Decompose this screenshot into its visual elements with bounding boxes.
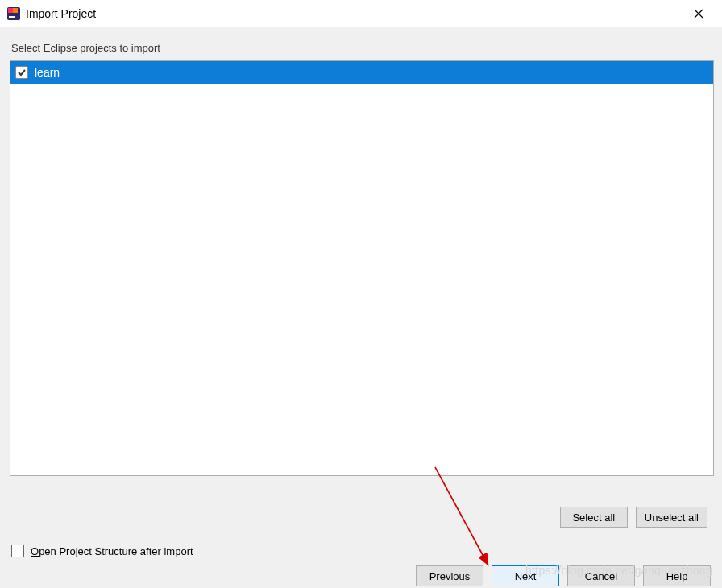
close-button[interactable] — [680, 2, 717, 26]
window-title: Import Project — [26, 7, 96, 20]
unselect-all-button[interactable]: Unselect all — [636, 507, 707, 528]
svg-rect-1 — [8, 8, 13, 13]
close-icon — [694, 9, 703, 19]
open-structure-checkbox[interactable] — [11, 545, 24, 557]
section-label: Select Eclipse projects to import — [11, 42, 165, 54]
section-divider — [165, 48, 714, 48]
titlebar: Import Project — [0, 0, 722, 27]
project-checkbox[interactable] — [15, 66, 28, 79]
section-header: Select Eclipse projects to import — [11, 42, 714, 54]
titlebar-left: Import Project — [6, 6, 96, 21]
select-all-button[interactable]: Select all — [560, 507, 628, 528]
next-button[interactable]: Next — [492, 565, 559, 586]
svg-rect-2 — [13, 8, 18, 13]
intellij-icon — [6, 6, 21, 21]
project-label: learn — [35, 66, 60, 79]
previous-button[interactable]: Previous — [416, 565, 483, 586]
dialog-content: Select Eclipse projects to import learn … — [0, 27, 722, 536]
projects-list[interactable]: learn — [10, 60, 714, 476]
wizard-button-row: Previous Next Cancel Help — [8, 565, 714, 586]
list-item[interactable]: learn — [10, 61, 713, 84]
help-button[interactable]: Help — [643, 565, 711, 586]
selection-button-row: Select all Unselect all — [8, 507, 714, 528]
cancel-button[interactable]: Cancel — [567, 565, 635, 586]
open-structure-row: Open Project Structure after import — [11, 545, 714, 557]
svg-rect-3 — [9, 16, 15, 18]
footer: Open Project Structure after import Prev… — [0, 545, 722, 588]
open-structure-label: Open Project Structure after import — [31, 545, 193, 557]
checkmark-icon — [17, 68, 27, 77]
